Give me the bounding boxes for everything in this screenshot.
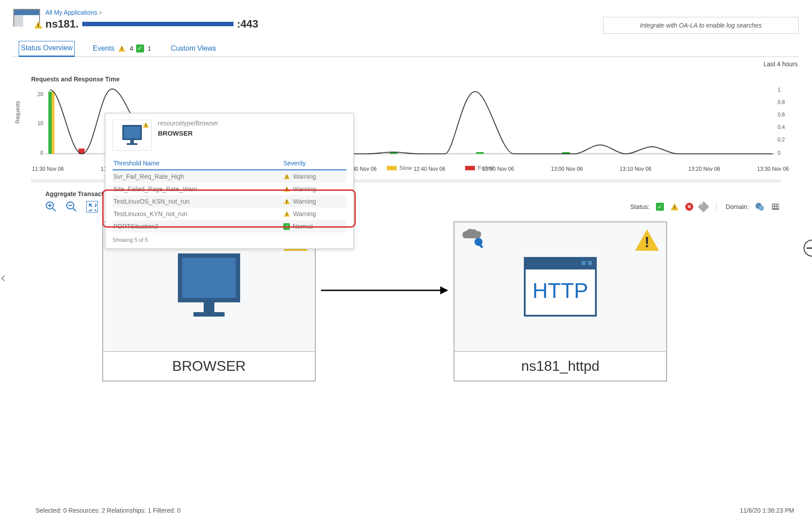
svg-rect-18: [476, 152, 483, 154]
severity-text: Warning: [293, 210, 316, 217]
timestamp: 11/6/20 1:36:23 PM: [740, 507, 794, 514]
tooltip-footer: Showing 5 of 5: [113, 237, 346, 243]
fit-screen-icon[interactable]: [86, 201, 98, 213]
svg-text:!: !: [644, 233, 649, 250]
tab-custom-views[interactable]: Custom Views: [169, 41, 218, 56]
tooltip-resource-name: BROWSER: [158, 129, 218, 137]
events-warn-count: 4: [129, 44, 133, 52]
check-icon: ✓: [136, 44, 144, 52]
svg-rect-39: [773, 207, 774, 208]
tooltip-resource-icon: !: [113, 120, 152, 151]
svg-point-52: [474, 238, 482, 246]
collapse-panel-icon[interactable]: [800, 239, 812, 257]
svg-text:0.8: 0.8: [778, 99, 785, 105]
tooltip-col-threshold: Threshold Name: [113, 160, 283, 167]
node-label: BROWSER: [103, 351, 315, 381]
chart-title: Requests and Response Time: [31, 76, 799, 83]
severity-text: Warning: [293, 198, 316, 205]
svg-text:!: !: [37, 23, 39, 29]
svg-text:!: !: [286, 187, 287, 192]
svg-line-21: [52, 208, 56, 211]
x-tick: 13:30 Nov 06: [757, 166, 789, 172]
svg-point-34: [759, 205, 764, 211]
threshold-name: TestLinuxOS_KSN_not_run: [113, 198, 283, 205]
svg-text:!: !: [145, 123, 146, 128]
tooltip-col-severity: Severity: [283, 160, 346, 167]
svg-rect-41: [777, 207, 779, 208]
tooltip-resource-type: resourcetype/Browser: [158, 120, 218, 127]
tabs: Status Overview Events ! 4 ✓ 1 Custom Vi…: [13, 41, 799, 57]
svg-text:!: !: [286, 200, 287, 205]
svg-rect-36: [773, 205, 774, 206]
svg-text:0: 0: [778, 150, 781, 156]
svg-rect-14: [48, 92, 52, 154]
x-tick: 13:20 Nov 06: [688, 166, 720, 172]
topology-node-httpd[interactable]: ! HTTP ns181_httpd: [454, 221, 667, 381]
severity-text: Normal: [293, 223, 313, 230]
warning-icon: !: [283, 173, 290, 180]
tab-events[interactable]: Events ! 4 ✓ 1: [91, 41, 153, 56]
svg-text:!: !: [121, 46, 123, 52]
svg-text:!: !: [286, 175, 287, 180]
topology-arrow: [320, 284, 449, 297]
svg-line-25: [73, 208, 76, 211]
browser-window-icon: HTTP: [516, 249, 605, 325]
status-error-icon[interactable]: ✕: [685, 203, 693, 211]
svg-rect-49: [193, 312, 225, 317]
svg-rect-37: [775, 205, 776, 206]
warning-icon: !: [283, 186, 290, 192]
svg-text:10: 10: [37, 120, 43, 126]
svg-text:1: 1: [778, 87, 780, 93]
time-range[interactable]: Last 4 hours: [13, 60, 799, 68]
app-icon: !: [13, 9, 40, 28]
svg-text:0.2: 0.2: [778, 137, 785, 143]
warning-icon: !: [283, 211, 290, 217]
topology-stats: Selected: 0 Resources: 2 Relationships: …: [36, 507, 181, 514]
warning-icon: !: [283, 198, 290, 205]
x-tick: 11:30 Nov 06: [32, 166, 64, 172]
domain-building-icon[interactable]: [771, 202, 781, 211]
domain-globe-icon[interactable]: [755, 202, 765, 211]
svg-text:!: !: [286, 212, 287, 217]
y-axis-label: Requests: [15, 101, 21, 124]
x-tick: 13:00 Nov 06: [551, 166, 583, 172]
status-label: Status:: [630, 203, 650, 210]
warning-icon: !: [634, 229, 660, 252]
zoom-in-icon[interactable]: [45, 201, 57, 213]
svg-line-30: [95, 209, 97, 212]
tab-status-overview[interactable]: Status Overview: [19, 41, 75, 57]
legend-failed: Failed: [478, 165, 493, 171]
monitor-icon: [119, 123, 145, 147]
status-warning-icon[interactable]: !: [670, 203, 679, 211]
svg-rect-66: [127, 143, 137, 145]
x-tick: 13:10 Nov 06: [620, 166, 651, 172]
legend-slow: Slow: [399, 165, 412, 171]
svg-rect-48: [204, 302, 214, 312]
check-icon: ✓: [283, 223, 290, 230]
threshold-name: PORTSituation2: [113, 223, 283, 230]
severity-text: Warning: [293, 185, 316, 193]
svg-text:!: !: [674, 205, 675, 211]
warning-icon: !: [118, 45, 126, 52]
svg-rect-38: [777, 205, 779, 206]
node-label: ns181_httpd: [454, 351, 666, 381]
threshold-name: TestLinuxos_KYN_not_run: [113, 210, 283, 217]
component-icon: [461, 229, 486, 251]
zoom-out-icon[interactable]: [66, 201, 77, 213]
svg-text:HTTP: HTTP: [532, 279, 588, 302]
svg-rect-40: [775, 207, 776, 208]
svg-text:20: 20: [37, 91, 43, 97]
svg-rect-15: [52, 92, 55, 154]
warning-icon: !: [34, 21, 43, 29]
breadcrumb-sep: >: [99, 9, 102, 16]
status-unknown-icon[interactable]: ?: [698, 201, 709, 212]
status-ok-icon[interactable]: ✓: [656, 203, 664, 211]
log-search-notice: Integrate with OA-LA to enable log searc…: [603, 17, 799, 34]
chevron-left-icon[interactable]: [1, 275, 5, 282]
svg-rect-59: [588, 261, 592, 265]
breadcrumb-root[interactable]: All My Applications: [45, 9, 97, 16]
events-ok-count: 1: [148, 44, 151, 52]
monitor-icon: [169, 249, 249, 325]
svg-rect-47: [182, 258, 236, 298]
domain-label: Domain:: [726, 203, 749, 210]
